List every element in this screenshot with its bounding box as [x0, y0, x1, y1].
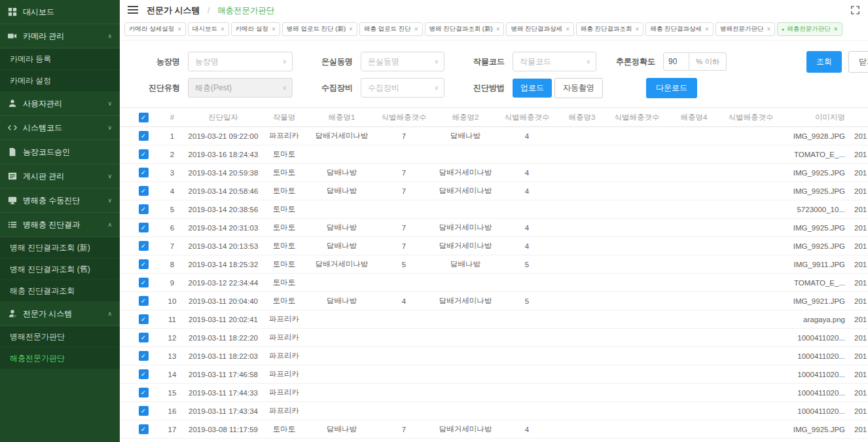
table-row[interactable]: ✓142019-03-11 17:46:58파프리카1000411020...2… [120, 365, 868, 384]
table-row[interactable]: ✓82019-03-14 18:25:32토마토담배거세미나방5담배나방5IMG… [120, 255, 868, 274]
sidebar-item[interactable]: 사용자관리∨ [0, 92, 120, 116]
sidebar-item[interactable]: 병해전문가판단 [0, 326, 120, 348]
tab[interactable]: ●해충전문가판단× [777, 22, 842, 36]
tab[interactable]: 해충 진단결과조회× [576, 22, 643, 36]
accuracy-input[interactable] [663, 52, 689, 71]
row-checkbox[interactable]: ✓ [139, 369, 149, 379]
sidebar-item[interactable]: 카메라 설정 [0, 70, 120, 92]
menu-icon[interactable] [128, 6, 138, 14]
sidebar-item[interactable]: 해충 진단결과조회 [0, 280, 120, 302]
sidebar-item[interactable]: 병해충 진단결과∧ [0, 213, 120, 237]
row-checkbox[interactable]: ✓ [139, 259, 149, 269]
row-checkbox[interactable]: ✓ [139, 314, 149, 324]
table-row[interactable]: ✓72019-03-14 20:13:53토마토담배나방7담배거세미나방4IMG… [120, 237, 868, 255]
sidebar-item[interactable]: 시스템코드∨ [0, 116, 120, 140]
tab[interactable]: 카메라 상세설정× [124, 22, 186, 36]
table-row[interactable]: ✓122019-03-11 18:22:20파프리카1000411020...2… [120, 329, 868, 347]
row-checkbox[interactable]: ✓ [139, 406, 149, 416]
table-row[interactable]: ✓112019-03-11 20:02:41파프리카aragaya.png201 [120, 310, 868, 329]
table-row[interactable]: ✓52019-03-14 20:38:56토마토5723000_10...201 [120, 200, 868, 219]
method-auto-button[interactable]: 자동촬영 [554, 78, 603, 98]
tab[interactable]: 해충 진단결과상세× [645, 22, 713, 36]
table-row[interactable]: ✓42019-03-14 20:58:46토마토담배나방7담배거세미나방4IMG… [120, 182, 868, 200]
tab-close-icon[interactable]: × [177, 26, 181, 33]
row-checkbox[interactable]: ✓ [139, 223, 149, 232]
method-upload-button[interactable]: 업로드 [513, 79, 552, 98]
sidebar-item[interactable]: 병해 진단결과조회 (新) [0, 237, 120, 259]
table-row[interactable]: ✓172019-03-08 11:17:59토마토담배나방7담배거세미나방4IM… [120, 420, 868, 439]
table-row[interactable]: ✓62019-03-14 20:31:03토마토담배나방7담배거세미나방4IMG… [120, 219, 868, 237]
tab[interactable]: 병해 업로드 진단 (新)× [282, 22, 357, 36]
sidebar-item[interactable]: 대시보드 [0, 0, 120, 24]
table-row[interactable]: ✓152019-03-11 17:44:33파프리카1000411020...2… [120, 384, 868, 402]
sidebar-item[interactable]: 카메라 관리∧ [0, 24, 120, 48]
row-checkbox[interactable]: ✓ [139, 296, 149, 306]
row-checkbox[interactable]: ✓ [139, 168, 149, 177]
row-checkbox[interactable]: ✓ [139, 186, 149, 196]
table-row[interactable]: ✓22019-03-16 18:24:43토마토TOMATO_E_...201 [120, 145, 868, 164]
equipment-select[interactable]: 수집장비 ∨ [361, 78, 444, 98]
tab[interactable]: 병해전문가판단× [715, 22, 775, 36]
tab-close-icon[interactable]: × [496, 26, 500, 33]
cell-count3 [608, 384, 666, 401]
tab[interactable]: 대시보드× [188, 22, 229, 36]
row-checkbox[interactable]: ✓ [139, 351, 149, 361]
table-row[interactable]: ✓132019-03-11 18:22:03파프리카1000411020...2… [120, 347, 868, 365]
cell-extra: 201 [845, 402, 868, 420]
table-row[interactable]: ✓162019-03-11 17:43:34파프리카1000411020...2… [120, 402, 868, 420]
crop-code-select[interactable]: 작물코드 ∨ [513, 52, 596, 71]
checkbox-cell: ✓ [129, 255, 158, 273]
row-checkbox[interactable]: ✓ [139, 241, 149, 251]
chevron-down-icon: ∨ [282, 58, 287, 65]
table-row[interactable]: ✓32019-03-14 20:59:38토마토담배나방7담배거세미나방4IMG… [120, 164, 868, 182]
sidebar-item[interactable]: 게시판 관리∨ [0, 164, 120, 189]
cell-pest4 [666, 237, 722, 255]
sidebar-item[interactable]: 카메라 등록 [0, 48, 120, 70]
tab[interactable]: 해충 업로드 진단× [359, 22, 423, 36]
tab-close-icon[interactable]: × [349, 26, 353, 33]
cell-extra: 201 [845, 219, 868, 236]
row-checkbox[interactable]: ✓ [139, 333, 149, 342]
tab[interactable]: 병해 진단결과조회 (新)× [425, 22, 505, 36]
tab-close-icon[interactable]: × [221, 26, 225, 33]
row-checkbox[interactable]: ✓ [139, 388, 149, 397]
diagnosis-type-select[interactable]: 해충(Pest) ∨ [188, 78, 293, 98]
tab-close-icon[interactable]: × [767, 26, 770, 33]
tab[interactable]: 카메라 설정× [231, 22, 280, 36]
tab-close-icon[interactable]: × [414, 26, 418, 33]
tab-close-icon[interactable]: × [566, 26, 570, 33]
tab-close-icon[interactable]: × [636, 26, 640, 33]
column-header: 해충명1 [308, 108, 375, 126]
cell-pest1 [308, 310, 375, 328]
row-checkbox[interactable]: ✓ [139, 204, 149, 214]
sidebar-item[interactable]: 병해 진단결과조회 (舊) [0, 259, 120, 280]
sidebar-item[interactable]: 농장코드승인 [0, 140, 120, 164]
row-checkbox[interactable]: ✓ [139, 131, 149, 141]
farm-select[interactable]: 농장명 ∨ [188, 52, 293, 71]
cell-count3 [608, 164, 666, 181]
sidebar-item[interactable]: 전문가 시스템∧ [0, 302, 120, 326]
sidebar-item[interactable]: 해충전문가판단 [0, 348, 120, 369]
cell-pest3 [556, 292, 608, 310]
tab-close-icon[interactable]: × [834, 26, 838, 33]
row-checkbox[interactable]: ✓ [139, 278, 149, 287]
cell-pest3 [556, 365, 608, 383]
cell-crop: 토마토 [260, 200, 308, 218]
accuracy-input-group: % 이하 [663, 52, 727, 71]
cell-date: 2019-03-11 17:46:58 [187, 365, 260, 383]
download-button[interactable]: 다운로드 [646, 78, 697, 98]
table-row[interactable]: ✓102019-03-11 20:04:40토마토담배나방4담배거세미나방5IM… [120, 292, 868, 310]
search-button[interactable]: 조회 [806, 51, 842, 73]
tab-close-icon[interactable]: × [705, 26, 709, 33]
close-button[interactable]: 닫기 [848, 51, 868, 73]
row-checkbox[interactable]: ✓ [139, 149, 149, 159]
row-checkbox[interactable]: ✓ [139, 424, 149, 434]
table-row[interactable]: ✓92019-03-12 22:34:44토마토TOMATO_E_...201 [120, 274, 868, 292]
tab[interactable]: 병해 진단결과상세× [506, 22, 573, 36]
sidebar-item[interactable]: 병해충 수동진단∨ [0, 189, 120, 213]
fullscreen-icon[interactable] [850, 5, 860, 15]
greenhouse-select[interactable]: 온실동명 ∨ [361, 52, 444, 71]
select-all-checkbox[interactable]: ✓ [139, 113, 149, 122]
table-row[interactable]: ✓12019-03-21 09:22:00파프리카담배거세미나방7담배나방4IM… [120, 127, 868, 145]
tab-close-icon[interactable]: × [272, 26, 276, 33]
